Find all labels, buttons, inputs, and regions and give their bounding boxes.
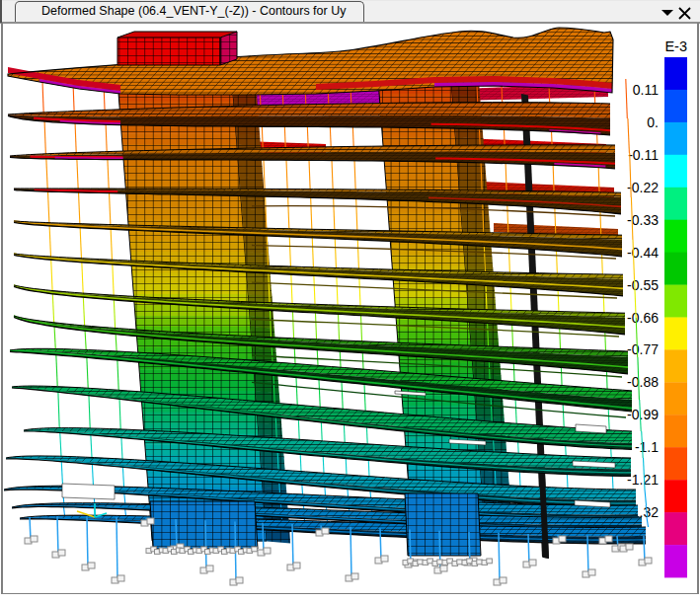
svg-text:0.: 0. bbox=[647, 114, 659, 130]
svg-text:-0.44: -0.44 bbox=[627, 245, 659, 261]
svg-text:-1.1: -1.1 bbox=[635, 439, 659, 455]
svg-text:-0.55: -0.55 bbox=[627, 277, 659, 293]
svg-text:-0.88: -0.88 bbox=[627, 374, 659, 390]
svg-text:-1.21: -1.21 bbox=[627, 472, 659, 488]
svg-text:-0.11: -0.11 bbox=[628, 147, 659, 163]
svg-text:E-3: E-3 bbox=[664, 38, 687, 54]
svg-text:-0.77: -0.77 bbox=[627, 341, 659, 357]
svg-text:-0.22: -0.22 bbox=[627, 180, 659, 195]
svg-text:0.11: 0.11 bbox=[633, 82, 659, 98]
svg-text:-0.66: -0.66 bbox=[627, 310, 659, 326]
